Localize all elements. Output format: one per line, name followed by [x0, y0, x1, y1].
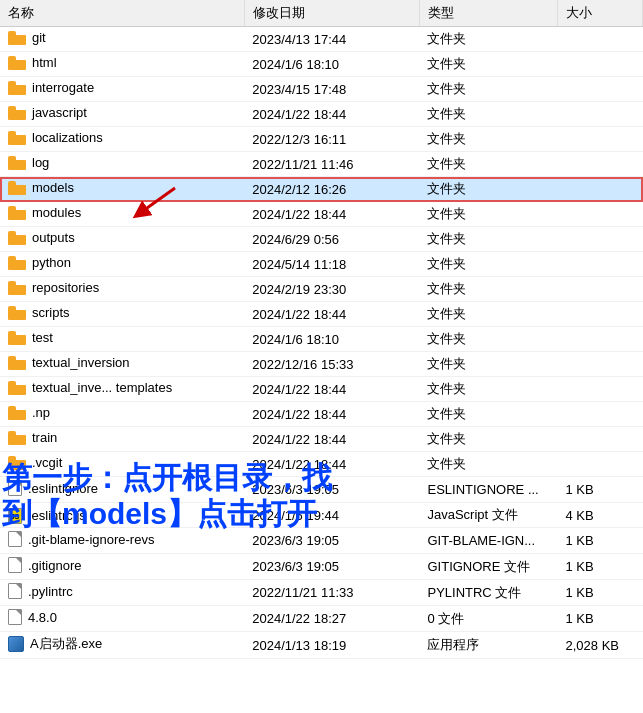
cell-type: GIT-BLAME-IGN... — [419, 528, 557, 554]
cell-size — [558, 227, 643, 252]
cell-type: 文件夹 — [419, 427, 557, 452]
file-icon — [8, 609, 22, 625]
table-row[interactable]: .vcgit 2024/1/22 18:44 文件夹 — [0, 452, 643, 477]
cell-date: 2024/1/22 18:44 — [244, 202, 419, 227]
cell-type: 文件夹 — [419, 327, 557, 352]
cell-name: interrogate — [0, 77, 244, 102]
item-name: outputs — [32, 230, 75, 245]
cell-size — [558, 202, 643, 227]
cell-date: 2022/12/3 16:11 — [244, 127, 419, 152]
cell-name: A启动器.exe — [0, 632, 244, 659]
cell-name: textual_inve... templates — [0, 377, 244, 402]
folder-icon — [8, 31, 26, 45]
cell-name: modules — [0, 202, 244, 227]
col-header-name[interactable]: 名称 — [0, 0, 244, 27]
folder-icon — [8, 131, 26, 145]
cell-type: 文件夹 — [419, 77, 557, 102]
cell-size — [558, 377, 643, 402]
table-row[interactable]: log 2022/11/21 11:46 文件夹 — [0, 152, 643, 177]
cell-type: 0 文件 — [419, 606, 557, 632]
cell-type: 文件夹 — [419, 152, 557, 177]
file-explorer[interactable]: 名称 修改日期 类型 大小 git 2023/4/13 17:44 文件夹 ht… — [0, 0, 643, 713]
cell-date: 2024/2/12 16:26 — [244, 177, 419, 202]
table-row[interactable]: html 2024/1/6 18:10 文件夹 — [0, 52, 643, 77]
cell-type: 文件夹 — [419, 302, 557, 327]
folder-icon — [8, 431, 26, 445]
table-row[interactable]: .gitignore 2023/6/3 19:05 GITIGNORE 文件 1… — [0, 554, 643, 580]
cell-name: repositories — [0, 277, 244, 302]
table-row[interactable]: train 2024/1/22 18:44 文件夹 — [0, 427, 643, 452]
cell-type: 文件夹 — [419, 352, 557, 377]
item-name: .eslintrc.js — [28, 508, 86, 523]
folder-icon — [8, 181, 26, 195]
cell-name: html — [0, 52, 244, 77]
cell-date: 2023/4/13 17:44 — [244, 27, 419, 52]
item-name: modules — [32, 205, 81, 220]
item-name: html — [32, 55, 57, 70]
exe-file-icon — [8, 636, 24, 652]
table-row[interactable]: git 2023/4/13 17:44 文件夹 — [0, 27, 643, 52]
cell-type: 文件夹 — [419, 27, 557, 52]
cell-name: git — [0, 27, 244, 52]
folder-icon — [8, 456, 26, 470]
table-row[interactable]: test 2024/1/6 18:10 文件夹 — [0, 327, 643, 352]
cell-date: 2024/1/22 18:44 — [244, 377, 419, 402]
table-row[interactable]: javascript 2024/1/22 18:44 文件夹 — [0, 102, 643, 127]
cell-size — [558, 402, 643, 427]
cell-size — [558, 252, 643, 277]
item-name: .vcgit — [32, 455, 62, 470]
folder-icon — [8, 106, 26, 120]
folder-icon — [8, 256, 26, 270]
cell-date: 2024/6/29 0:56 — [244, 227, 419, 252]
table-row[interactable]: .pylintrc 2022/11/21 11:33 PYLINTRC 文件 1… — [0, 580, 643, 606]
table-row[interactable]: modules 2024/1/22 18:44 文件夹 — [0, 202, 643, 227]
table-row[interactable]: .eslintignore 2023/6/3 19:05 ESLINTIGNOR… — [0, 477, 643, 503]
table-row[interactable]: outputs 2024/6/29 0:56 文件夹 — [0, 227, 643, 252]
table-row[interactable]: textual_inve... templates 2024/1/22 18:4… — [0, 377, 643, 402]
cell-date: 2024/1/22 18:44 — [244, 427, 419, 452]
table-row[interactable]: interrogate 2023/4/15 17:48 文件夹 — [0, 77, 643, 102]
cell-size — [558, 152, 643, 177]
folder-icon — [8, 206, 26, 220]
cell-date: 2024/1/22 18:27 — [244, 606, 419, 632]
folder-icon — [8, 156, 26, 170]
table-row[interactable]: repositories 2024/2/19 23:30 文件夹 — [0, 277, 643, 302]
col-header-type[interactable]: 类型 — [419, 0, 557, 27]
cell-type: 文件夹 — [419, 377, 557, 402]
cell-type: 文件夹 — [419, 202, 557, 227]
table-row[interactable]: localizations 2022/12/3 16:11 文件夹 — [0, 127, 643, 152]
table-row[interactable]: scripts 2024/1/22 18:44 文件夹 — [0, 302, 643, 327]
table-row[interactable]: python 2024/5/14 11:18 文件夹 — [0, 252, 643, 277]
cell-name: 4.8.0 — [0, 606, 244, 632]
item-name: train — [32, 430, 57, 445]
cell-date: 2024/1/13 18:19 — [244, 632, 419, 659]
table-row[interactable]: .git-blame-ignore-revs 2023/6/3 19:05 GI… — [0, 528, 643, 554]
table-row[interactable]: textual_inversion 2022/12/16 15:33 文件夹 — [0, 352, 643, 377]
table-row[interactable]: models 2024/2/12 16:26 文件夹 — [0, 177, 643, 202]
cell-size: 1 KB — [558, 606, 643, 632]
col-header-size[interactable]: 大小 — [558, 0, 643, 27]
item-name: .gitignore — [28, 558, 81, 573]
col-header-date[interactable]: 修改日期 — [244, 0, 419, 27]
folder-icon — [8, 56, 26, 70]
table-row[interactable]: .np 2024/1/22 18:44 文件夹 — [0, 402, 643, 427]
item-name: 4.8.0 — [28, 610, 57, 625]
cell-type: PYLINTRC 文件 — [419, 580, 557, 606]
cell-type: JavaScript 文件 — [419, 503, 557, 528]
cell-date: 2023/6/3 19:05 — [244, 528, 419, 554]
folder-icon — [8, 331, 26, 345]
cell-size — [558, 352, 643, 377]
cell-name: textual_inversion — [0, 352, 244, 377]
cell-date: 2024/1/22 18:44 — [244, 452, 419, 477]
cell-name: javascript — [0, 102, 244, 127]
item-name: log — [32, 155, 49, 170]
table-row[interactable]: 4.8.0 2024/1/22 18:27 0 文件 1 KB — [0, 606, 643, 632]
cell-type: 应用程序 — [419, 632, 557, 659]
item-name: textual_inversion — [32, 355, 130, 370]
table-row[interactable]: A启动器.exe 2024/1/13 18:19 应用程序 2,028 KB — [0, 632, 643, 659]
cell-type: 文件夹 — [419, 452, 557, 477]
table-row[interactable]: JS.eslintrc.js 2024/1/6 19:44 JavaScript… — [0, 503, 643, 528]
cell-size: 1 KB — [558, 528, 643, 554]
folder-icon — [8, 356, 26, 370]
cell-size: 4 KB — [558, 503, 643, 528]
